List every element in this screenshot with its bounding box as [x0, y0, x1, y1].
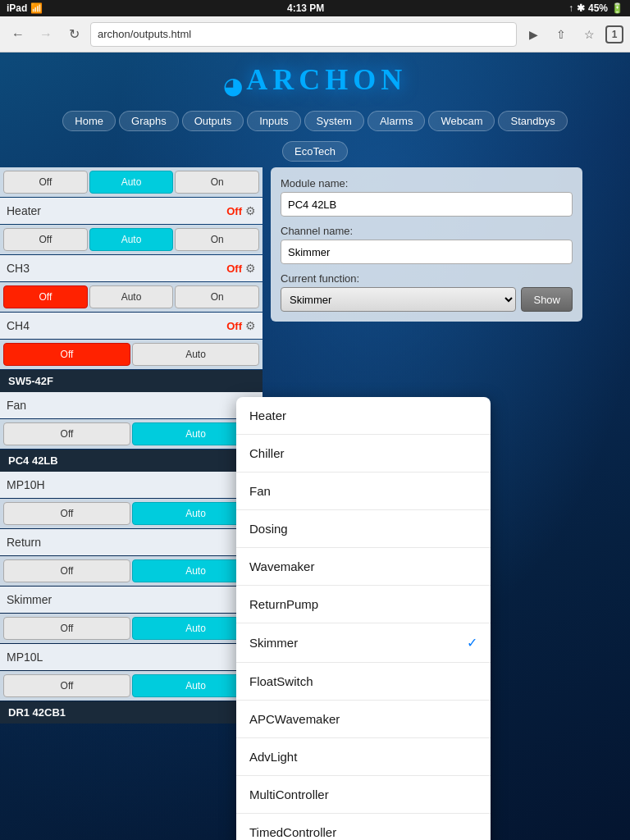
- dropdown-item-dosing[interactable]: Dosing: [236, 510, 491, 548]
- function-label: Current function:: [281, 272, 573, 285]
- ch3-name: CH3: [7, 262, 223, 275]
- main-content: ◕ ARCHON Home Graphs Outputs Inputs Syst…: [0, 52, 630, 840]
- dropdown-label-skimmer: Skimmer: [249, 636, 298, 650]
- auto-btn-1[interactable]: Auto: [89, 171, 174, 194]
- reader-button[interactable]: ▶: [522, 23, 545, 46]
- dropdown-item-wavemaker[interactable]: Wavemaker: [236, 548, 491, 586]
- heater-info: Heater Off ⚙: [0, 198, 262, 224]
- nav-graphs[interactable]: Graphs: [119, 111, 179, 131]
- mp10h-controls: Off Auto: [0, 499, 262, 528]
- mp10l-off-btn[interactable]: Off: [3, 674, 130, 697]
- channel-label: Channel name:: [281, 225, 573, 237]
- heater-gear-icon[interactable]: ⚙: [245, 204, 256, 217]
- ch3-status: Off: [226, 262, 242, 275]
- auto-btn-3[interactable]: Auto: [89, 228, 174, 251]
- dropdown-item-advlight[interactable]: AdvLight: [236, 738, 491, 776]
- channel-name-input[interactable]: [281, 240, 573, 264]
- function-select[interactable]: Skimmer: [281, 287, 516, 312]
- skimmer-controls-row: Off Auto: [0, 614, 262, 643]
- nav-outputs[interactable]: Outputs: [182, 111, 244, 131]
- dropdown-item-floatswitch[interactable]: FloatSwitch: [236, 663, 491, 701]
- dropdown-item-multicontroller[interactable]: MultiController: [236, 776, 491, 814]
- dropdown-label-multicontroller: MultiController: [249, 788, 329, 801]
- dropdown-item-skimmer[interactable]: Skimmer ✓: [236, 623, 491, 663]
- mp10h-off-btn[interactable]: Off: [3, 502, 130, 525]
- ch4-info: CH4 Off ⚙: [0, 313, 262, 339]
- module-name-input[interactable]: [281, 192, 573, 217]
- dropdown-label-floatswitch: FloatSwitch: [249, 674, 313, 688]
- url-text: archon/outputs.html: [98, 28, 191, 40]
- on-btn-1[interactable]: On: [175, 171, 259, 194]
- battery-icon: 🔋: [611, 2, 623, 14]
- off-btn-3[interactable]: Off: [3, 228, 88, 251]
- heater-name: Heater: [7, 204, 223, 217]
- skimmer-name: Skimmer: [7, 593, 238, 606]
- dropdown-label-chiller: Chiller: [249, 446, 285, 460]
- status-left: iPad 📶: [7, 2, 43, 14]
- mp10h-controls-row: Off Auto: [0, 499, 262, 528]
- channel-row-5: Off Auto On: [0, 282, 262, 312]
- bookmark-button[interactable]: ☆: [578, 23, 600, 46]
- check-icon: ✓: [467, 635, 477, 651]
- nav-ecotech[interactable]: EcoTech: [282, 141, 348, 162]
- mp10h-info: MP10H On: [0, 472, 262, 498]
- dropdown-label-heater: Heater: [249, 409, 286, 422]
- channel-row-1: Off Auto On: [0, 167, 262, 197]
- return-controls-row: Off Auto: [0, 556, 262, 586]
- nav-system[interactable]: System: [304, 111, 364, 131]
- url-bar[interactable]: archon/outputs.html: [90, 22, 517, 47]
- skimmer-info: Skimmer On: [0, 587, 262, 613]
- dropdown-label-fan: Fan: [249, 484, 271, 498]
- return-info: Return On: [0, 529, 262, 555]
- carrier-label: iPad: [7, 2, 27, 14]
- dropdown-item-returnpump[interactable]: ReturnPump: [236, 586, 491, 623]
- nav-alarms[interactable]: Alarms: [368, 111, 425, 131]
- dropdown-item-apcwavemaker[interactable]: APCWavemaker: [236, 701, 491, 738]
- mp10l-controls: Off Auto: [0, 671, 262, 701]
- browser-bar: ← → ↻ archon/outputs.html ▶ ⇧ ☆ 1: [0, 16, 630, 52]
- nav-webcam[interactable]: Webcam: [428, 111, 495, 131]
- logo-icon: ◕: [223, 73, 243, 98]
- back-button[interactable]: ←: [7, 23, 30, 46]
- heater-status: Off: [226, 205, 242, 217]
- return-off-btn[interactable]: Off: [3, 559, 130, 582]
- auto-btn-7[interactable]: Auto: [132, 343, 259, 366]
- show-button[interactable]: Show: [521, 287, 573, 312]
- dropdown-label-timedcontroller: TimedController: [249, 825, 336, 839]
- nav-standbys[interactable]: Standbys: [498, 111, 567, 131]
- channel-row-7: Off Auto: [0, 340, 262, 369]
- share-button[interactable]: ⇧: [550, 23, 573, 46]
- wifi-icon: 📶: [30, 2, 43, 14]
- channel-return: Return On: [0, 529, 262, 555]
- controls-row-1: Off Auto On: [0, 167, 262, 197]
- dropdown-label-apcwavemaker: APCWavemaker: [249, 712, 340, 726]
- nav-home[interactable]: Home: [62, 111, 116, 131]
- fan-info: Fan On: [0, 392, 262, 418]
- dropdown-overlay: Heater Chiller Fan Dosing Wavemaker Retu…: [236, 397, 491, 840]
- off-btn-1[interactable]: Off: [3, 171, 88, 194]
- fan-off-btn[interactable]: Off: [3, 422, 130, 445]
- ch3-gear-icon[interactable]: ⚙: [245, 262, 256, 275]
- skimmer-controls: Off Auto: [0, 614, 262, 643]
- pc442lb-header: PC4 42LB: [0, 450, 262, 472]
- on-btn-5[interactable]: On: [175, 285, 259, 308]
- dropdown-item-chiller[interactable]: Chiller: [236, 435, 491, 472]
- refresh-button[interactable]: ↻: [62, 23, 85, 46]
- dropdown-item-timedcontroller[interactable]: TimedController: [236, 814, 491, 840]
- channel-mp10h: MP10H On: [0, 472, 262, 498]
- off-btn-5[interactable]: Off: [3, 285, 88, 308]
- bluetooth-icon: ✱: [577, 2, 585, 14]
- off-btn-7[interactable]: Off: [3, 343, 130, 366]
- skimmer-off-btn[interactable]: Off: [3, 617, 130, 640]
- forward-button[interactable]: →: [34, 23, 57, 46]
- dropdown-label-returnpump: ReturnPump: [249, 597, 318, 611]
- channel-ch3: CH3 Off ⚙: [0, 255, 262, 281]
- nav-inputs[interactable]: Inputs: [247, 111, 300, 131]
- dropdown-label-wavemaker: Wavemaker: [249, 559, 314, 573]
- ch4-gear-icon[interactable]: ⚙: [245, 319, 256, 332]
- dropdown-item-heater[interactable]: Heater: [236, 397, 491, 435]
- tab-badge[interactable]: 1: [605, 25, 623, 43]
- auto-btn-5[interactable]: Auto: [89, 285, 174, 308]
- on-btn-3[interactable]: On: [175, 228, 259, 251]
- dropdown-item-fan[interactable]: Fan: [236, 472, 491, 510]
